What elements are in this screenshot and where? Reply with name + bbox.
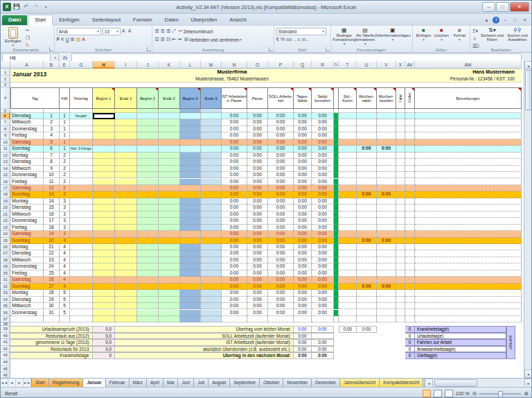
cell-codes[interactable] bbox=[405, 139, 415, 146]
cell-codes[interactable] bbox=[405, 179, 415, 185]
cell-sum-P[interactable]: 0:00 bbox=[268, 113, 294, 119]
cell-time-K[interactable] bbox=[159, 146, 180, 152]
cell-bemerkungen[interactable] bbox=[415, 277, 522, 283]
cell-time-M[interactable] bbox=[201, 146, 222, 152]
cell-sum-P[interactable]: 0:00 bbox=[268, 132, 294, 139]
format-cells-button[interactable]: ■ Format ▾ bbox=[450, 27, 468, 46]
cell-wochensaldo[interactable] bbox=[357, 126, 377, 132]
cell-time-I[interactable] bbox=[115, 277, 137, 283]
cell-time-M[interactable] bbox=[201, 191, 222, 198]
cell-sum-N[interactable]: 0:00 bbox=[222, 185, 247, 191]
cell-time-L[interactable] bbox=[180, 166, 201, 172]
cell-time-L[interactable] bbox=[180, 257, 201, 263]
cell-std-konto[interactable] bbox=[339, 244, 357, 250]
cell-sum-N[interactable]: 0:00 bbox=[222, 263, 247, 270]
cell-sum-R[interactable]: 0:00 bbox=[312, 277, 334, 283]
cell-bemerkungen[interactable] bbox=[415, 198, 522, 205]
cell-stripe[interactable] bbox=[334, 257, 339, 263]
cell-sum-P[interactable]: 0:00 bbox=[268, 231, 294, 237]
save-icon[interactable]: 💾 bbox=[12, 3, 21, 11]
cell-time-M[interactable] bbox=[201, 310, 222, 316]
cell-sum-O[interactable]: 0:00 bbox=[247, 126, 268, 132]
cell-time-L[interactable] bbox=[180, 139, 201, 146]
header-beginn-1[interactable]: Beginn 1 bbox=[93, 87, 115, 109]
cell-sum-Q[interactable]: 0:00 bbox=[294, 198, 312, 205]
cell-day-number[interactable]: 21 bbox=[44, 244, 60, 250]
cell-sum-Q[interactable]: 0:00 bbox=[294, 132, 312, 139]
cell-fahrt[interactable] bbox=[396, 191, 405, 198]
cell-std-konto[interactable] bbox=[339, 263, 357, 270]
cell-fahrt[interactable] bbox=[396, 179, 405, 185]
row-header-12[interactable]: 12 bbox=[1, 153, 10, 159]
cell-wochenstunden[interactable] bbox=[377, 231, 396, 237]
row-header-24[interactable]: 24 bbox=[1, 231, 10, 237]
summary-center-label[interactable]: abzüglich Überstunden (z.B. ausbezahlt e… bbox=[115, 346, 294, 353]
cell-time-I[interactable] bbox=[115, 205, 137, 211]
autosum-icon[interactable]: Σ▾ bbox=[472, 28, 479, 35]
cell-time-J[interactable] bbox=[137, 132, 159, 139]
cell-P37[interactable] bbox=[268, 316, 294, 322]
cell-time-J[interactable] bbox=[137, 119, 159, 126]
cell-kw[interactable]: 2 bbox=[60, 166, 70, 172]
column-header-Q[interactable]: Q bbox=[294, 61, 312, 69]
cell-sum-P[interactable]: 0:00 bbox=[268, 139, 294, 146]
sort-filter-button[interactable]: ⇅▾ Sortieren und Filtern bbox=[479, 27, 504, 46]
cell-fahrt[interactable] bbox=[396, 132, 405, 139]
cell-holiday[interactable] bbox=[70, 198, 93, 205]
format-as-table-button[interactable]: ▤ Als Tabelle formatieren ▾ bbox=[355, 27, 375, 46]
cell-sum-Q[interactable]: 0:00 bbox=[294, 191, 312, 198]
cell-time-L[interactable] bbox=[180, 172, 201, 178]
cell-stripe[interactable] bbox=[334, 132, 339, 139]
cell-day-number[interactable]: 28 bbox=[44, 290, 60, 296]
cell-sum-R[interactable]: 0:00 bbox=[312, 211, 334, 218]
cell-wochensaldo[interactable] bbox=[357, 270, 377, 277]
cell-time-M[interactable] bbox=[201, 179, 222, 185]
cell-time-I[interactable] bbox=[115, 198, 137, 205]
cell-sum-R[interactable]: 0:00 bbox=[312, 250, 334, 257]
column-header-M[interactable]: M bbox=[201, 61, 222, 69]
cell-std-konto[interactable] bbox=[339, 284, 357, 290]
cell-kw[interactable]: 5 bbox=[60, 297, 70, 303]
cell-codes[interactable] bbox=[405, 270, 415, 277]
header-bemerkungen[interactable]: Bemerkungen bbox=[415, 87, 522, 109]
cell-holiday[interactable] bbox=[70, 126, 93, 132]
cell-time-H[interactable] bbox=[93, 284, 115, 290]
cell-wochensaldo[interactable] bbox=[357, 172, 377, 178]
cell-fahrt[interactable] bbox=[396, 113, 405, 119]
summary-value-2[interactable]: 0:00 bbox=[312, 352, 334, 359]
cell-sum-O[interactable]: 0:00 bbox=[247, 191, 268, 198]
cell-time-J[interactable] bbox=[137, 303, 159, 309]
cell-time-H[interactable] bbox=[93, 225, 115, 231]
cell-sum-N[interactable]: 0:00 bbox=[222, 159, 247, 165]
cell-time-L[interactable] bbox=[180, 225, 201, 231]
cell-day-name[interactable]: Samstag bbox=[10, 277, 44, 283]
cell-wochensaldo[interactable] bbox=[357, 113, 377, 119]
cell-day-number[interactable]: 14 bbox=[44, 198, 60, 205]
header-kw[interactable]: KW bbox=[60, 87, 70, 109]
cell-wochenstunden[interactable] bbox=[377, 310, 396, 316]
font-color-icon[interactable]: A bbox=[82, 36, 85, 43]
row-header-1[interactable]: 1 bbox=[1, 69, 10, 76]
cell-bemerkungen[interactable] bbox=[415, 191, 522, 198]
row-header-10[interactable]: 10 bbox=[1, 139, 10, 146]
column-header-B[interactable]: B bbox=[44, 61, 60, 69]
cell-bemerkungen[interactable] bbox=[415, 159, 522, 165]
cell-wochenstunden[interactable] bbox=[377, 244, 396, 250]
cell-sum-N[interactable]: 0:00 bbox=[222, 153, 247, 159]
cell-sum-O[interactable]: 0:00 bbox=[247, 225, 268, 231]
cell-sum-R[interactable]: 0:00 bbox=[312, 198, 334, 205]
header-tages-saldo[interactable]: Tages- Saldo bbox=[294, 87, 312, 109]
cell-time-H[interactable] bbox=[93, 250, 115, 257]
cell-codes[interactable] bbox=[405, 263, 415, 270]
header-ende-3[interactable]: Ende 3 bbox=[201, 87, 222, 109]
cell-fahrt[interactable] bbox=[396, 250, 405, 257]
cell-time-H[interactable] bbox=[93, 139, 115, 146]
column-header-L[interactable]: L bbox=[180, 61, 201, 69]
cell-kw[interactable]: 5 bbox=[60, 310, 70, 316]
cell-time-J[interactable] bbox=[137, 146, 159, 152]
font-name-select[interactable]: Arial▾ bbox=[57, 28, 101, 35]
cell-sum-O[interactable]: 0:00 bbox=[247, 139, 268, 146]
cell-std-konto[interactable] bbox=[339, 198, 357, 205]
cell-wochenstunden[interactable] bbox=[377, 119, 396, 126]
summary-left-label[interactable]: genommene U-Tage (2013): bbox=[10, 339, 93, 346]
